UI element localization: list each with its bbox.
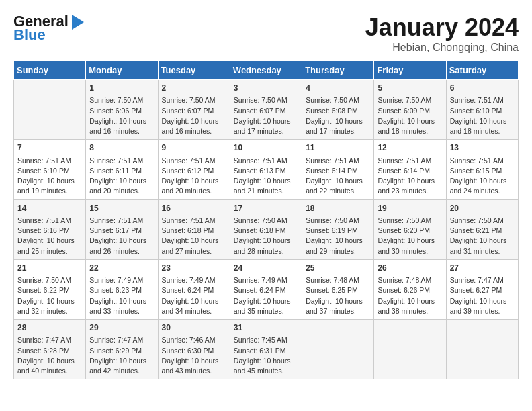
calendar-header: SundayMondayTuesdayWednesdayThursdayFrid… — [14, 61, 519, 80]
day-info: Sunrise: 7:51 AMSunset: 6:14 PMDaylight:… — [306, 156, 370, 197]
location: Hebian, Chongqing, China — [365, 42, 519, 54]
day-info: Sunrise: 7:50 AMSunset: 6:18 PMDaylight:… — [234, 216, 298, 257]
day-number: 6 — [450, 83, 515, 94]
day-number: 17 — [234, 203, 298, 214]
day-info: Sunrise: 7:50 AMSunset: 6:22 PMDaylight:… — [17, 275, 82, 316]
day-info: Sunrise: 7:46 AMSunset: 6:30 PMDaylight:… — [162, 335, 226, 376]
day-number: 22 — [89, 263, 154, 274]
header-day-monday: Monday — [86, 61, 158, 80]
day-info: Sunrise: 7:51 AMSunset: 6:12 PMDaylight:… — [162, 156, 226, 197]
day-number: 21 — [17, 263, 82, 274]
calendar-cell: 21Sunrise: 7:50 AMSunset: 6:22 PMDayligh… — [14, 259, 86, 319]
day-number: 12 — [378, 142, 442, 154]
day-info: Sunrise: 7:51 AMSunset: 6:10 PMDaylight:… — [17, 156, 82, 197]
day-number: 24 — [234, 263, 298, 274]
calendar-cell: 4Sunrise: 7:50 AMSunset: 6:08 PMDaylight… — [302, 80, 374, 140]
day-number: 3 — [234, 83, 298, 94]
header-day-wednesday: Wednesday — [230, 61, 302, 80]
day-info: Sunrise: 7:50 AMSunset: 6:07 PMDaylight:… — [162, 95, 226, 136]
day-number: 16 — [162, 203, 226, 214]
day-number: 1 — [89, 83, 154, 94]
calendar-cell: 3Sunrise: 7:50 AMSunset: 6:07 PMDaylight… — [230, 80, 302, 140]
calendar-body: 1Sunrise: 7:50 AMSunset: 6:06 PMDaylight… — [14, 80, 519, 379]
day-info: Sunrise: 7:50 AMSunset: 6:19 PMDaylight:… — [306, 216, 370, 257]
calendar-cell: 10Sunrise: 7:51 AMSunset: 6:13 PMDayligh… — [230, 140, 302, 199]
logo: General Blue — [13, 13, 84, 43]
day-number: 5 — [378, 83, 442, 94]
day-info: Sunrise: 7:50 AMSunset: 6:08 PMDaylight:… — [306, 95, 370, 136]
day-info: Sunrise: 7:50 AMSunset: 6:09 PMDaylight:… — [378, 95, 442, 136]
day-info: Sunrise: 7:51 AMSunset: 6:10 PMDaylight:… — [450, 95, 515, 136]
calendar-cell: 2Sunrise: 7:50 AMSunset: 6:07 PMDaylight… — [158, 80, 230, 140]
day-info: Sunrise: 7:49 AMSunset: 6:23 PMDaylight:… — [89, 275, 154, 316]
day-info: Sunrise: 7:51 AMSunset: 6:11 PMDaylight:… — [89, 156, 154, 197]
calendar-cell: 6Sunrise: 7:51 AMSunset: 6:10 PMDaylight… — [446, 80, 518, 140]
calendar-cell: 27Sunrise: 7:47 AMSunset: 6:27 PMDayligh… — [446, 259, 518, 319]
calendar-cell: 31Sunrise: 7:45 AMSunset: 6:31 PMDayligh… — [230, 320, 302, 379]
calendar-cell: 15Sunrise: 7:51 AMSunset: 6:17 PMDayligh… — [86, 199, 158, 259]
day-info: Sunrise: 7:48 AMSunset: 6:26 PMDaylight:… — [378, 275, 442, 316]
day-info: Sunrise: 7:51 AMSunset: 6:14 PMDaylight:… — [378, 156, 442, 197]
day-info: Sunrise: 7:51 AMSunset: 6:13 PMDaylight:… — [234, 156, 298, 197]
day-number: 18 — [306, 203, 370, 214]
day-number: 9 — [162, 142, 226, 154]
day-number: 15 — [89, 203, 154, 214]
calendar-cell: 23Sunrise: 7:49 AMSunset: 6:24 PMDayligh… — [158, 259, 230, 319]
calendar-cell: 8Sunrise: 7:51 AMSunset: 6:11 PMDaylight… — [86, 140, 158, 199]
week-row-4: 21Sunrise: 7:50 AMSunset: 6:22 PMDayligh… — [14, 259, 519, 319]
calendar-cell: 17Sunrise: 7:50 AMSunset: 6:18 PMDayligh… — [230, 199, 302, 259]
day-number: 10 — [234, 142, 298, 154]
day-number: 28 — [17, 322, 82, 334]
header-day-friday: Friday — [374, 61, 446, 80]
calendar-cell: 22Sunrise: 7:49 AMSunset: 6:23 PMDayligh… — [86, 259, 158, 319]
calendar-cell: 29Sunrise: 7:47 AMSunset: 6:29 PMDayligh… — [86, 320, 158, 379]
day-info: Sunrise: 7:51 AMSunset: 6:15 PMDaylight:… — [450, 156, 515, 197]
calendar-cell: 11Sunrise: 7:51 AMSunset: 6:14 PMDayligh… — [302, 140, 374, 199]
day-number: 23 — [162, 263, 226, 274]
day-number: 19 — [378, 203, 442, 214]
calendar-table: SundayMondayTuesdayWednesdayThursdayFrid… — [13, 60, 519, 379]
header-day-saturday: Saturday — [446, 61, 518, 80]
day-info: Sunrise: 7:45 AMSunset: 6:31 PMDaylight:… — [234, 335, 298, 376]
day-info: Sunrise: 7:50 AMSunset: 6:07 PMDaylight:… — [234, 95, 298, 136]
calendar-cell: 18Sunrise: 7:50 AMSunset: 6:19 PMDayligh… — [302, 199, 374, 259]
calendar-cell: 12Sunrise: 7:51 AMSunset: 6:14 PMDayligh… — [374, 140, 446, 199]
calendar-cell: 7Sunrise: 7:51 AMSunset: 6:10 PMDaylight… — [14, 140, 86, 199]
day-number: 13 — [450, 142, 515, 154]
calendar-cell: 30Sunrise: 7:46 AMSunset: 6:30 PMDayligh… — [158, 320, 230, 379]
day-number: 14 — [17, 203, 82, 214]
calendar-cell — [374, 320, 446, 379]
week-row-5: 28Sunrise: 7:47 AMSunset: 6:28 PMDayligh… — [14, 320, 519, 379]
week-row-1: 1Sunrise: 7:50 AMSunset: 6:06 PMDaylight… — [14, 80, 519, 140]
day-number: 20 — [450, 203, 515, 214]
calendar-cell: 16Sunrise: 7:51 AMSunset: 6:18 PMDayligh… — [158, 199, 230, 259]
calendar-cell: 28Sunrise: 7:47 AMSunset: 6:28 PMDayligh… — [14, 320, 86, 379]
calendar-cell: 5Sunrise: 7:50 AMSunset: 6:09 PMDaylight… — [374, 80, 446, 140]
day-number: 8 — [89, 142, 154, 154]
calendar-cell: 26Sunrise: 7:48 AMSunset: 6:26 PMDayligh… — [374, 259, 446, 319]
week-row-3: 14Sunrise: 7:51 AMSunset: 6:16 PMDayligh… — [14, 199, 519, 259]
header-row: SundayMondayTuesdayWednesdayThursdayFrid… — [14, 61, 519, 80]
day-number: 30 — [162, 322, 226, 334]
calendar-cell: 14Sunrise: 7:51 AMSunset: 6:16 PMDayligh… — [14, 199, 86, 259]
month-title: January 2024 — [365, 13, 519, 42]
day-info: Sunrise: 7:50 AMSunset: 6:06 PMDaylight:… — [89, 95, 154, 136]
calendar-cell: 24Sunrise: 7:49 AMSunset: 6:24 PMDayligh… — [230, 259, 302, 319]
day-info: Sunrise: 7:47 AMSunset: 6:29 PMDaylight:… — [89, 335, 154, 376]
day-info: Sunrise: 7:50 AMSunset: 6:20 PMDaylight:… — [378, 216, 442, 257]
day-number: 27 — [450, 263, 515, 274]
calendar-cell: 13Sunrise: 7:51 AMSunset: 6:15 PMDayligh… — [446, 140, 518, 199]
day-info: Sunrise: 7:47 AMSunset: 6:27 PMDaylight:… — [450, 275, 515, 316]
day-info: Sunrise: 7:50 AMSunset: 6:21 PMDaylight:… — [450, 216, 515, 257]
day-number: 11 — [306, 142, 370, 154]
day-info: Sunrise: 7:51 AMSunset: 6:18 PMDaylight:… — [162, 216, 226, 257]
week-row-2: 7Sunrise: 7:51 AMSunset: 6:10 PMDaylight… — [14, 140, 519, 199]
calendar-cell — [302, 320, 374, 379]
header-day-sunday: Sunday — [14, 61, 86, 80]
day-number: 26 — [378, 263, 442, 274]
day-info: Sunrise: 7:51 AMSunset: 6:16 PMDaylight:… — [17, 216, 82, 257]
calendar-cell: 19Sunrise: 7:50 AMSunset: 6:20 PMDayligh… — [374, 199, 446, 259]
day-number: 25 — [306, 263, 370, 274]
day-info: Sunrise: 7:51 AMSunset: 6:17 PMDaylight:… — [89, 216, 154, 257]
calendar-cell: 25Sunrise: 7:48 AMSunset: 6:25 PMDayligh… — [302, 259, 374, 319]
